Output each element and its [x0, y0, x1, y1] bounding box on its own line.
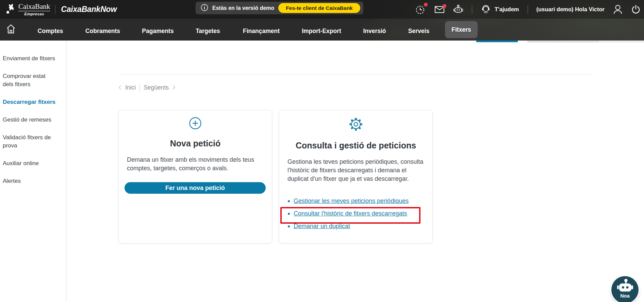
link-row: Consultar l'històric de fitxers descarre… [288, 210, 407, 217]
top-header: CaixaBank Empresas CaixaBankNow Estàs en… [0, 0, 644, 19]
card-description: Gestiona les teves peticions periòdiques… [287, 158, 424, 183]
user-icon[interactable] [613, 4, 623, 15]
clock-notification-dot [424, 3, 428, 6]
sidebar-item-alertes[interactable]: Alertes [3, 177, 56, 185]
card-consulta-gestio: Consulta i gestió de peticions Gestiona … [279, 110, 433, 243]
bullet-icon [288, 200, 290, 202]
sidebar-item-remeses[interactable]: Gestió de remeses [3, 116, 56, 124]
card-title: Consulta i gestió de peticions [279, 141, 432, 150]
gear-icon [279, 117, 432, 133]
nav-item-cobraments[interactable]: Cobraments [85, 28, 120, 35]
link-gestionar-peticions[interactable]: Gestionar les meves peticions periòdique… [294, 197, 409, 205]
nav-item-comptes[interactable]: Comptes [38, 28, 63, 35]
nav-item-inversio[interactable]: Inversió [363, 28, 386, 35]
link-demanar-duplicat[interactable]: Demanar un duplicat [294, 223, 350, 230]
card-description: Demana un fitxer amb els moviments dels … [127, 156, 264, 173]
link-consultar-historic[interactable]: Consultar l'històric de fitxers descarre… [294, 210, 407, 217]
card-title: Nova petició [119, 139, 272, 148]
new-request-button[interactable]: Fer una nova petició [125, 182, 266, 194]
caixabank-logo[interactable]: CaixaBank Empresas [18, 3, 50, 16]
nav-item-serveis[interactable]: Serveis [408, 28, 429, 35]
pager-prev[interactable]: Inici [125, 84, 136, 91]
mail-notification-dot [443, 4, 446, 8]
noa-label: Noa [620, 293, 629, 299]
power-icon[interactable] [631, 4, 641, 15]
become-client-button[interactable]: Fes-te client de CaixaBank [278, 3, 360, 13]
nav-item-pagaments[interactable]: Pagaments [142, 28, 174, 35]
user-greeting: (usuari demo) Hola Victor [536, 6, 605, 13]
sidebar-item-descarregar[interactable]: Descarregar fitxers [3, 98, 56, 106]
demo-notice-text: Estàs en la versió demo [212, 5, 274, 11]
robot-icon[interactable] [453, 4, 463, 15]
chevron-left-icon[interactable] [118, 85, 121, 90]
caixabanknow-page: CaixaBank Empresas CaixaBankNow Estàs en… [0, 0, 644, 302]
chevron-right-icon[interactable] [172, 85, 176, 90]
sidebar-item-validacio[interactable]: Validació fitxers de prova [3, 133, 56, 150]
active-subnav-indicator [476, 41, 518, 42]
app-title: CaixaBankNow [61, 5, 117, 14]
clock-icon[interactable] [415, 4, 426, 15]
brand-subtitle: Empresas [24, 12, 44, 16]
card-nova-peticio: Nova petició Demana un fitxer amb els mo… [118, 110, 272, 243]
headset-icon [481, 3, 491, 15]
nav-item-fitxers-label: Fitxers [451, 26, 471, 33]
card-links: Gestionar les meves peticions periòdique… [288, 197, 409, 230]
nav-item-import-export[interactable]: Import-Export [302, 28, 341, 35]
demo-notice-bar: Estàs en la versió demo Fes-te client de… [196, 2, 363, 14]
help-label: T'ajudem [495, 6, 519, 13]
top-bars: CaixaBank Empresas CaixaBankNow Estàs en… [0, 0, 644, 41]
logo-divider [55, 5, 55, 14]
link-row: Gestionar les meves peticions periòdique… [288, 197, 409, 205]
pager-divider [139, 83, 140, 92]
link-row: Demanar un duplicat [288, 223, 350, 230]
subnav-strip [527, 41, 644, 43]
sidebar-item-comprovar[interactable]: Comprovar estat dels fitxers [3, 72, 56, 89]
home-icon[interactable] [6, 24, 16, 36]
sidebar-item-enviament[interactable]: Enviament de fitxers [3, 54, 56, 63]
help-button[interactable]: T'ajudem [481, 3, 519, 15]
mail-icon[interactable] [434, 5, 445, 14]
pager: Inici Següents [118, 83, 176, 92]
pager-next[interactable]: Següents [144, 84, 169, 91]
brand-name: CaixaBank [18, 3, 50, 11]
caixabank-star-icon [6, 3, 15, 16]
nav-item-financament[interactable]: Finançament [243, 28, 280, 35]
header-divider [472, 5, 472, 14]
header-divider [528, 5, 528, 14]
nav-item-fitxers-active[interactable]: Fitxers [445, 21, 478, 38]
plus-circle-icon [119, 117, 272, 131]
nav-item-targetes[interactable]: Targetes [196, 28, 220, 35]
bullet-icon [288, 225, 290, 227]
header-actions: T'ajudem (usuari demo) Hola Victor [415, 0, 644, 19]
content-rule [118, 75, 593, 75]
bullet-icon [288, 213, 290, 215]
sidebar: Enviament de fitxers Comprovar estat del… [0, 41, 66, 302]
noa-robot-icon [616, 279, 633, 294]
noa-chat-button[interactable]: Noa [611, 276, 639, 302]
sidebar-item-auxiliar[interactable]: Auxiliar online [3, 159, 56, 168]
info-icon [201, 4, 208, 13]
main-nav: Comptes Cobraments Pagaments Targetes Fi… [0, 19, 644, 41]
